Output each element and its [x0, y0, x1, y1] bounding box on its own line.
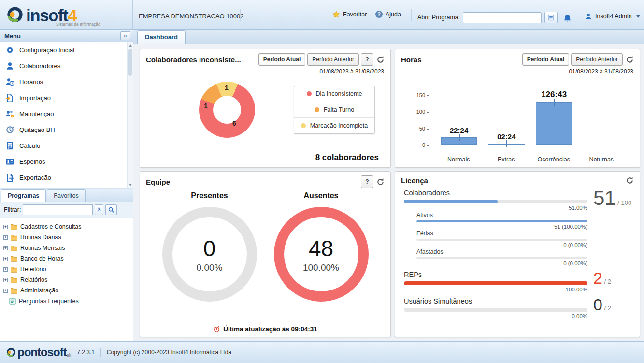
legend-dot	[301, 123, 306, 128]
progress-track	[416, 239, 587, 241]
folder-icon	[10, 244, 18, 252]
expand-icon[interactable]: +	[3, 246, 8, 250]
top-header: insoft4 Sistemas de Informação EMPRESA D…	[0, 0, 644, 30]
help-button[interactable]: ?	[361, 175, 373, 188]
sidebar-item-importacao[interactable]: Importação	[0, 90, 133, 106]
header-separator	[411, 9, 412, 21]
license-big-value: 0 / 2	[587, 297, 632, 320]
sidebar-item-espelhos[interactable]: Espelhos	[0, 154, 133, 170]
sidebar-item-calculo[interactable]: Cálculo	[0, 138, 133, 154]
widget-title: Horas	[401, 56, 520, 64]
tree-item-refeitorio[interactable]: + Refeitório	[2, 264, 131, 275]
expand-icon[interactable]: +	[3, 289, 8, 293]
folder-icon	[10, 276, 18, 284]
collapse-sidebar-button[interactable]: «	[120, 31, 130, 40]
gear-icon	[5, 45, 14, 55]
bar-ocorrencias	[536, 102, 572, 145]
sidebar-item-exportacao[interactable]: Exportação	[0, 170, 133, 186]
expand-icon[interactable]: +	[3, 267, 8, 272]
menu-scrollbar[interactable]	[127, 42, 133, 188]
last-update: Última atualização às 09:04:31	[140, 325, 390, 333]
refresh-button[interactable]	[375, 177, 386, 187]
user-menu[interactable]: Insoft4 Admin	[585, 13, 640, 20]
widget-colaboradores-inconsistentes: Colaboradores Inconsiste... Período Atua…	[140, 49, 391, 168]
tree-item-rotinas-mensais[interactable]: + Rotinas Mensais	[2, 243, 131, 253]
star-icon	[332, 11, 340, 18]
sidebar: Menu « Configuração Inicial Colaboradore…	[0, 30, 133, 341]
pontosoft-logo: pontosoft ek	[6, 347, 71, 358]
expand-icon[interactable]: +	[3, 225, 8, 229]
sidebar-item-manutencao[interactable]: Manutenção	[0, 106, 133, 122]
scrollbar-thumb[interactable]	[128, 49, 132, 76]
periodo-atual-button[interactable]: Período Atual	[258, 53, 306, 66]
expand-icon[interactable]: +	[3, 257, 8, 261]
horas-y-axis: 050100150	[403, 78, 431, 145]
main-area: Dashboard Colaboradores Inconsiste... Pe…	[133, 30, 644, 341]
refresh-button[interactable]	[625, 55, 635, 65]
presentes-group: Presentes 0 0.00%	[162, 191, 257, 302]
folder-icon	[10, 255, 18, 262]
license-big-value: 2 / 2	[587, 271, 632, 293]
tree-item-rotinas-diarias[interactable]: + Rotinas Diárias	[2, 232, 131, 243]
legend-dot	[307, 91, 312, 96]
ausentes-title: Ausentes	[303, 191, 338, 200]
tree-item-administracao[interactable]: + Administração	[2, 285, 131, 296]
license-big-value: 51 / 100	[587, 189, 632, 212]
tab-programas[interactable]: Programas	[1, 189, 46, 202]
chevron-down-icon	[636, 15, 640, 18]
user-name: Insoft4 Admin	[595, 13, 632, 20]
program-list-button[interactable]	[544, 12, 558, 23]
clear-filter-button[interactable]: ×	[95, 204, 103, 215]
folder-icon	[10, 223, 18, 231]
slice-value-marcacao-incompleta: 1	[225, 84, 229, 91]
help-button-header[interactable]: ? Ajuda	[375, 11, 401, 18]
open-program-group: Abrir Programa:	[417, 12, 558, 23]
expand-icon[interactable]: +	[3, 235, 8, 240]
period-date: 01/08/2023 à 31/08/2023	[140, 67, 390, 75]
filter-input[interactable]	[23, 204, 93, 215]
widget-equipe: Equipe ? Presentes 0 0.00% Ausentes	[140, 171, 391, 337]
sidebar-item-colaboradores[interactable]: Colaboradores	[0, 58, 133, 74]
tree-item-banco-de-horas[interactable]: + Banco de Horas	[2, 253, 131, 264]
copyright: Copyright (c) 2000-2023 Insoft4 Informát…	[107, 349, 231, 356]
progress-fill	[416, 220, 587, 222]
alarm-clock-icon	[213, 325, 220, 333]
slice-value-dia-inconsistente: 6	[232, 119, 236, 127]
search-icon	[108, 206, 114, 213]
favorite-button[interactable]: Favoritar	[332, 11, 367, 18]
progress-fill	[404, 200, 498, 203]
periodo-atual-button[interactable]: Período Atual	[522, 53, 570, 66]
donut-legend: Dia Inconsistente Falta Turno Marcação I…	[294, 86, 375, 134]
search-button[interactable]	[105, 204, 117, 215]
filter-row: Filtrar: ×	[0, 202, 133, 218]
folder-icon	[10, 233, 18, 241]
sidebar-item-horarios[interactable]: Horários	[0, 74, 133, 90]
tree-item-cadastros-e-consultas[interactable]: + Cadastros e Consultas	[2, 221, 131, 232]
legend-item: Dia Inconsistente	[294, 86, 374, 102]
tab-favoritos[interactable]: Favoritos	[47, 189, 85, 202]
footer-divider	[100, 348, 101, 357]
program-tree: + Cadastros e Consultas + Rotinas Diária…	[0, 218, 133, 306]
help-button[interactable]: ?	[361, 53, 373, 66]
progress-fill	[404, 281, 587, 285]
open-program-input[interactable]	[463, 12, 542, 23]
inconsistentes-donut-wrap: 1 1 6	[191, 78, 263, 142]
scroll-down-icon[interactable]	[128, 182, 133, 188]
periodo-anterior-button[interactable]: Período Anterior	[307, 53, 359, 66]
scroll-up-icon[interactable]	[128, 43, 133, 48]
ausentes-ring: 48 100.00%	[274, 207, 369, 302]
sidebar-item-quitacao-bh[interactable]: Quitação BH	[0, 122, 133, 138]
periodo-anterior-button[interactable]: Período Anterior	[571, 53, 623, 66]
notifications-bell-button[interactable]	[562, 13, 573, 24]
expand-icon[interactable]: +	[3, 278, 8, 282]
sidebar-item-configuracao-inicial[interactable]: Configuração Inicial	[0, 42, 133, 58]
tree-item-perguntas-frequentes[interactable]: Perguntas Frequentes	[2, 296, 131, 306]
refresh-button[interactable]	[625, 175, 635, 186]
total-colaboradores: 8 colaboradores	[315, 153, 379, 162]
tab-dashboard[interactable]: Dashboard	[137, 30, 186, 44]
bar-normais	[441, 137, 477, 145]
filter-label: Filtrar:	[4, 206, 21, 213]
legend-dot	[315, 107, 319, 112]
refresh-button[interactable]	[375, 55, 386, 65]
tree-item-relatorios[interactable]: + Relatórios	[2, 275, 131, 285]
